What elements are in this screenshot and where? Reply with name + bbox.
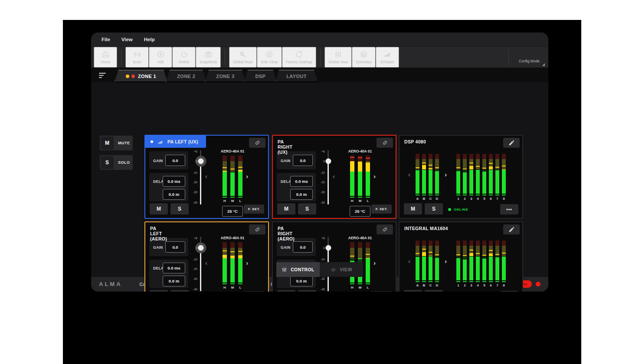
tab-control[interactable]: CONTROL — [276, 262, 320, 277]
delay-group: DELAY 0.0 ms 0.0 m — [149, 260, 188, 288]
prev-chevron[interactable]: ‹ — [205, 260, 207, 266]
meter-label: 1 — [457, 197, 459, 201]
solo-button[interactable]: S — [298, 290, 316, 292]
filter-sort-icon[interactable] — [99, 73, 107, 78]
edit-button[interactable] — [503, 224, 520, 234]
gain-field[interactable]: 0.0 — [293, 241, 313, 253]
delay-ms-field[interactable]: 0.0 ms — [163, 176, 185, 187]
menu-item[interactable]: Help — [144, 37, 155, 42]
gain-field[interactable]: 0.0 — [293, 155, 313, 166]
toolbar-button-scan[interactable]: Scan — [125, 47, 149, 68]
next-chevron[interactable]: › — [445, 258, 447, 264]
solo-button[interactable]: S — [170, 290, 189, 292]
level-meter — [435, 154, 439, 195]
gain-fader[interactable]: +60-10-20-30-40 — [189, 237, 207, 291]
next-chevron[interactable]: › — [246, 260, 248, 266]
meter-label: C — [429, 283, 432, 287]
zone-tab-layout[interactable]: LAYOUT — [275, 70, 318, 82]
mute-button[interactable]: M — [277, 203, 295, 214]
delay-m-field[interactable]: 0.0 m — [290, 276, 313, 286]
solo-button[interactable]: S — [425, 290, 443, 292]
tab-view[interactable]: VIEW — [320, 262, 363, 277]
fader-knob[interactable] — [325, 159, 331, 164]
next-chevron[interactable]: › — [246, 173, 248, 179]
toolbar-button-solo-clear[interactable]: Solo Clear — [257, 47, 282, 68]
channel-panel-pa-right-ux-[interactable]: PA RIGHT (UX) GAIN 0.0 DELAY 0.0 ms 0.0 … — [272, 135, 396, 219]
menu-item[interactable]: View — [121, 37, 133, 42]
factory-settings-button[interactable]: F. SET. — [244, 291, 264, 292]
mute-button[interactable]: M — [404, 290, 422, 292]
fader-knob[interactable] — [325, 245, 331, 251]
zone-tab-zone-3[interactable]: ZONE 3 — [205, 70, 246, 82]
toolbar-button-factory-settings[interactable]: Factory Settings — [282, 47, 316, 68]
zone-tab-zone-1[interactable]: ZONE 1 — [115, 70, 167, 82]
channel-panel-pa-right-aero-[interactable]: PA RIGHT (AERO) GAIN 0.0 DELAY 0.0 ms 0.… — [272, 221, 396, 292]
factory-settings-button[interactable]: F. SET. — [244, 205, 264, 214]
mute-button[interactable]: M — [150, 203, 168, 214]
gain-fader[interactable]: +60-10-20-30-40 — [189, 150, 207, 205]
link-button[interactable] — [249, 224, 265, 234]
link-icon — [382, 226, 388, 233]
device-panel-dsp-4080[interactable]: DSP 4080 ‹ A B C — [399, 135, 523, 219]
toolbar-button-online[interactable]: Online — [172, 47, 196, 68]
mute-button[interactable]: M — [150, 290, 168, 292]
meter-label: 8 — [503, 197, 504, 201]
delay-m-field[interactable]: 0.0 m — [163, 276, 185, 286]
meter-label: 6 — [490, 197, 491, 201]
toolbar-button-add[interactable]: Add — [149, 47, 172, 68]
gain-fader[interactable]: +60-10-20-30-40 — [316, 150, 334, 205]
solo-button[interactable]: S — [298, 203, 316, 214]
toolbar-button-global-mute[interactable]: Global Mute — [229, 47, 257, 68]
menu-item[interactable]: File — [102, 37, 110, 42]
gain-label: GAIN — [153, 245, 163, 250]
delay-ms-field[interactable]: 0.0 ms — [290, 176, 313, 187]
channel-panel-pa-left-ux-[interactable]: PA LEFT (UX) GAIN 0.0 DELAY 0.0 ms 0.0 m… — [144, 135, 269, 219]
global-solo-button[interactable]: S SOLO — [100, 155, 133, 170]
edit-button[interactable] — [503, 138, 520, 148]
solo-button[interactable]: S — [425, 203, 443, 214]
delay-m-field[interactable]: 0.0 m — [163, 189, 185, 200]
fader-knob[interactable] — [198, 159, 203, 164]
next-chevron[interactable]: › — [373, 173, 376, 179]
device-panel-integral-ma1604[interactable]: INTEGRAL MA1604 ‹ A B C — [399, 221, 523, 292]
prev-chevron[interactable]: ‹ — [333, 173, 335, 179]
zone-tab-dsp[interactable]: DSP — [244, 70, 277, 82]
prev-chevron[interactable]: ‹ — [205, 173, 207, 179]
delay-ms-field[interactable]: 0.0 ms — [163, 263, 185, 273]
meter-label: B — [423, 283, 426, 287]
peak-hold-line — [482, 255, 486, 256]
device-name: AERO-40A 01 — [221, 236, 244, 240]
zone-tab-zone-2[interactable]: ZONE 2 — [166, 70, 206, 82]
config-mode-button[interactable]: Config Mode — [513, 47, 546, 68]
link-button[interactable] — [249, 138, 265, 148]
more-options-button[interactable]: ••• — [500, 204, 518, 214]
factory-settings-button[interactable]: F. SET. — [371, 291, 392, 292]
gain-field[interactable]: 0.0 — [165, 155, 185, 166]
global-mute-button[interactable]: M MUTE — [100, 136, 133, 150]
toolbar-button-snapshots[interactable]: Snapshots — [196, 47, 221, 68]
link-button[interactable] — [377, 224, 393, 234]
sliders-icon — [282, 267, 287, 273]
peak-hold-line — [358, 157, 362, 158]
link-button[interactable] — [377, 138, 393, 148]
channel-panel-pa-left-aero-[interactable]: PA LEFT (AERO) GAIN 0.0 DELAY 0.0 ms 0.0… — [144, 221, 269, 292]
prev-chevron[interactable]: ‹ — [408, 258, 410, 264]
solo-button[interactable]: S — [170, 203, 189, 214]
toolbar-button-summary[interactable]: Summary — [352, 47, 375, 68]
peak-hold-line — [238, 251, 242, 252]
next-chevron[interactable]: › — [373, 260, 376, 266]
peak-hold-line — [469, 250, 473, 250]
factory-settings-button[interactable]: F. SET. — [371, 205, 392, 214]
toolbar-button-global-view[interactable]: Global View — [324, 47, 352, 68]
mute-button[interactable]: M — [404, 203, 422, 214]
delay-m-field[interactable]: 0.0 m — [290, 189, 313, 200]
fader-knob[interactable] — [198, 245, 203, 251]
prev-chevron[interactable]: ‹ — [408, 171, 410, 178]
toolbar-button-dasaim[interactable]: DASaim — [376, 47, 399, 68]
next-chevron[interactable]: › — [445, 171, 447, 178]
gain-field[interactable]: 0.0 — [165, 241, 185, 253]
mute-button[interactable]: M — [277, 290, 295, 292]
peak-hold-line — [482, 168, 486, 169]
toolbar-button-home[interactable]: Home — [94, 47, 117, 68]
more-options-button[interactable]: ••• — [500, 291, 518, 292]
